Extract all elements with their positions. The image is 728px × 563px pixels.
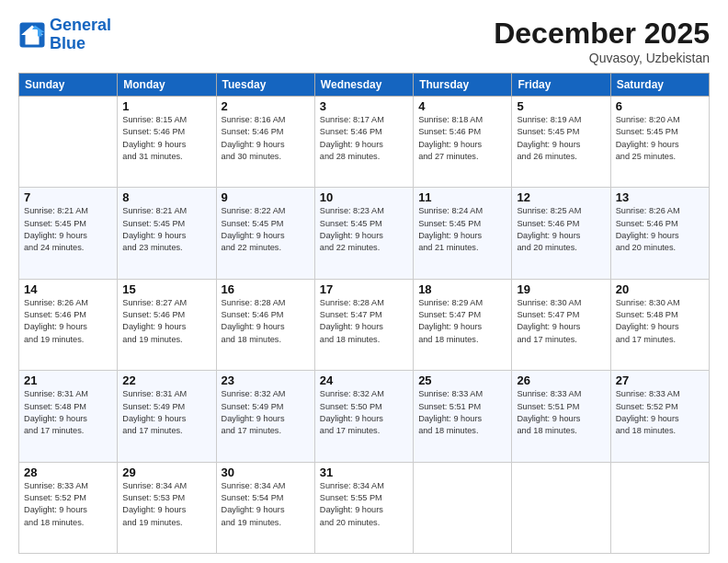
day-detail: Sunrise: 8:25 AM Sunset: 5:46 PM Dayligh… — [517, 205, 605, 254]
day-number: 25 — [418, 373, 506, 387]
week-row-2: 7Sunrise: 8:21 AM Sunset: 5:45 PM Daylig… — [19, 188, 710, 279]
week-row-5: 28Sunrise: 8:33 AM Sunset: 5:52 PM Dayli… — [19, 462, 710, 553]
day-cell: 3Sunrise: 8:17 AM Sunset: 5:46 PM Daylig… — [314, 97, 413, 188]
day-number: 15 — [122, 282, 210, 296]
day-detail: Sunrise: 8:24 AM Sunset: 5:45 PM Dayligh… — [418, 205, 506, 254]
day-cell: 11Sunrise: 8:24 AM Sunset: 5:45 PM Dayli… — [414, 188, 512, 279]
page: General Blue December 2025 Quvasoy, Uzbe… — [0, 0, 728, 563]
day-cell: 2Sunrise: 8:16 AM Sunset: 5:46 PM Daylig… — [216, 97, 314, 188]
day-number: 8 — [122, 190, 210, 204]
day-cell: 20Sunrise: 8:30 AM Sunset: 5:48 PM Dayli… — [610, 279, 709, 370]
day-number: 28 — [24, 465, 112, 479]
day-number: 19 — [517, 282, 605, 296]
day-cell: 21Sunrise: 8:31 AM Sunset: 5:48 PM Dayli… — [19, 371, 118, 462]
month-title: December 2025 — [494, 17, 710, 51]
day-number: 22 — [122, 373, 210, 387]
day-number: 27 — [616, 373, 704, 387]
calendar-table: SundayMondayTuesdayWednesdayThursdayFrid… — [18, 73, 710, 554]
day-detail: Sunrise: 8:33 AM Sunset: 5:51 PM Dayligh… — [418, 388, 506, 437]
day-cell: 22Sunrise: 8:31 AM Sunset: 5:49 PM Dayli… — [118, 371, 216, 462]
day-cell: 28Sunrise: 8:33 AM Sunset: 5:52 PM Dayli… — [19, 462, 118, 553]
day-number: 23 — [222, 373, 310, 387]
day-number: 17 — [320, 282, 408, 296]
day-detail: Sunrise: 8:33 AM Sunset: 5:52 PM Dayligh… — [24, 480, 112, 529]
day-number: 9 — [222, 190, 310, 204]
day-cell: 31Sunrise: 8:34 AM Sunset: 5:55 PM Dayli… — [314, 462, 413, 553]
day-number: 16 — [222, 282, 310, 296]
day-cell: 13Sunrise: 8:26 AM Sunset: 5:46 PM Dayli… — [610, 188, 709, 279]
day-detail: Sunrise: 8:31 AM Sunset: 5:48 PM Dayligh… — [24, 388, 112, 437]
day-cell — [610, 462, 709, 553]
day-number: 5 — [517, 99, 605, 113]
day-cell: 27Sunrise: 8:33 AM Sunset: 5:52 PM Dayli… — [610, 371, 709, 462]
day-detail: Sunrise: 8:18 AM Sunset: 5:46 PM Dayligh… — [418, 114, 506, 163]
day-cell: 17Sunrise: 8:28 AM Sunset: 5:47 PM Dayli… — [314, 279, 413, 370]
day-cell — [19, 97, 118, 188]
day-cell: 15Sunrise: 8:27 AM Sunset: 5:46 PM Dayli… — [118, 279, 216, 370]
day-number: 7 — [24, 190, 112, 204]
day-cell: 24Sunrise: 8:32 AM Sunset: 5:50 PM Dayli… — [314, 371, 413, 462]
day-number: 13 — [616, 190, 704, 204]
day-detail: Sunrise: 8:15 AM Sunset: 5:46 PM Dayligh… — [122, 114, 210, 163]
day-cell: 12Sunrise: 8:25 AM Sunset: 5:46 PM Dayli… — [512, 188, 610, 279]
day-detail: Sunrise: 8:27 AM Sunset: 5:46 PM Dayligh… — [122, 297, 210, 346]
weekday-header-saturday: Saturday — [610, 74, 709, 97]
week-row-1: 1Sunrise: 8:15 AM Sunset: 5:46 PM Daylig… — [19, 97, 710, 188]
day-cell: 16Sunrise: 8:28 AM Sunset: 5:46 PM Dayli… — [216, 279, 314, 370]
week-row-4: 21Sunrise: 8:31 AM Sunset: 5:48 PM Dayli… — [19, 371, 710, 462]
day-cell: 10Sunrise: 8:23 AM Sunset: 5:45 PM Dayli… — [314, 188, 413, 279]
logo-general: General — [50, 16, 111, 34]
day-detail: Sunrise: 8:34 AM Sunset: 5:54 PM Dayligh… — [222, 480, 310, 529]
day-detail: Sunrise: 8:17 AM Sunset: 5:46 PM Dayligh… — [320, 114, 408, 163]
day-cell: 18Sunrise: 8:29 AM Sunset: 5:47 PM Dayli… — [414, 279, 512, 370]
location: Quvasoy, Uzbekistan — [494, 51, 710, 65]
week-row-3: 14Sunrise: 8:26 AM Sunset: 5:46 PM Dayli… — [19, 279, 710, 370]
day-detail: Sunrise: 8:26 AM Sunset: 5:46 PM Dayligh… — [24, 297, 112, 346]
day-number: 31 — [320, 465, 408, 479]
day-cell: 19Sunrise: 8:30 AM Sunset: 5:47 PM Dayli… — [512, 279, 610, 370]
weekday-header-wednesday: Wednesday — [314, 74, 413, 97]
day-detail: Sunrise: 8:30 AM Sunset: 5:47 PM Dayligh… — [517, 297, 605, 346]
day-number: 11 — [418, 190, 506, 204]
day-number: 6 — [616, 99, 704, 113]
day-cell: 4Sunrise: 8:18 AM Sunset: 5:46 PM Daylig… — [414, 97, 512, 188]
weekday-header-row: SundayMondayTuesdayWednesdayThursdayFrid… — [19, 74, 710, 97]
day-detail: Sunrise: 8:30 AM Sunset: 5:48 PM Dayligh… — [616, 297, 704, 346]
logo: General Blue — [18, 17, 111, 53]
weekday-header-thursday: Thursday — [414, 74, 512, 97]
day-cell: 8Sunrise: 8:21 AM Sunset: 5:45 PM Daylig… — [118, 188, 216, 279]
weekday-header-sunday: Sunday — [19, 74, 118, 97]
day-detail: Sunrise: 8:28 AM Sunset: 5:47 PM Dayligh… — [320, 297, 408, 346]
day-detail: Sunrise: 8:34 AM Sunset: 5:53 PM Dayligh… — [122, 480, 210, 529]
day-detail: Sunrise: 8:20 AM Sunset: 5:45 PM Dayligh… — [616, 114, 704, 163]
day-number: 18 — [418, 282, 506, 296]
day-detail: Sunrise: 8:33 AM Sunset: 5:51 PM Dayligh… — [517, 388, 605, 437]
logo-icon — [18, 21, 46, 49]
day-number: 2 — [222, 99, 310, 113]
day-detail: Sunrise: 8:33 AM Sunset: 5:52 PM Dayligh… — [616, 388, 704, 437]
logo-blue: Blue — [50, 34, 85, 52]
header: General Blue December 2025 Quvasoy, Uzbe… — [18, 17, 710, 65]
day-cell: 25Sunrise: 8:33 AM Sunset: 5:51 PM Dayli… — [414, 371, 512, 462]
day-detail: Sunrise: 8:23 AM Sunset: 5:45 PM Dayligh… — [320, 205, 408, 254]
day-cell — [414, 462, 512, 553]
day-cell: 26Sunrise: 8:33 AM Sunset: 5:51 PM Dayli… — [512, 371, 610, 462]
day-detail: Sunrise: 8:19 AM Sunset: 5:45 PM Dayligh… — [517, 114, 605, 163]
day-detail: Sunrise: 8:21 AM Sunset: 5:45 PM Dayligh… — [122, 205, 210, 254]
day-cell: 5Sunrise: 8:19 AM Sunset: 5:45 PM Daylig… — [512, 97, 610, 188]
title-block: December 2025 Quvasoy, Uzbekistan — [494, 17, 710, 65]
day-detail: Sunrise: 8:32 AM Sunset: 5:50 PM Dayligh… — [320, 388, 408, 437]
weekday-header-friday: Friday — [512, 74, 610, 97]
day-cell: 29Sunrise: 8:34 AM Sunset: 5:53 PM Dayli… — [118, 462, 216, 553]
day-number: 3 — [320, 99, 408, 113]
weekday-header-monday: Monday — [118, 74, 216, 97]
day-cell: 14Sunrise: 8:26 AM Sunset: 5:46 PM Dayli… — [19, 279, 118, 370]
day-detail: Sunrise: 8:26 AM Sunset: 5:46 PM Dayligh… — [616, 205, 704, 254]
day-number: 14 — [24, 282, 112, 296]
day-detail: Sunrise: 8:28 AM Sunset: 5:46 PM Dayligh… — [222, 297, 310, 346]
day-detail: Sunrise: 8:21 AM Sunset: 5:45 PM Dayligh… — [24, 205, 112, 254]
day-number: 29 — [122, 465, 210, 479]
day-detail: Sunrise: 8:34 AM Sunset: 5:55 PM Dayligh… — [320, 480, 408, 529]
day-detail: Sunrise: 8:32 AM Sunset: 5:49 PM Dayligh… — [222, 388, 310, 437]
day-number: 24 — [320, 373, 408, 387]
